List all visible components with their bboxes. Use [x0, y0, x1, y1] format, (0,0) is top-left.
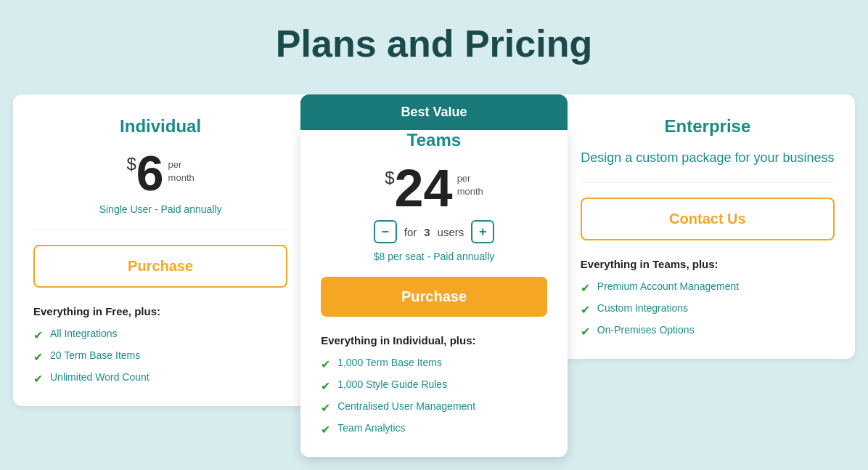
teams-features-heading: Everything in Individual, plus: — [321, 334, 547, 347]
feature-text: Team Analytics — [337, 422, 405, 434]
check-icon: ✔ — [321, 357, 330, 371]
increase-users-button[interactable]: + — [471, 220, 494, 243]
individual-feature-list: ✔ All Integrations ✔ 20 Term Base Items … — [33, 328, 287, 386]
feature-text: Unlimited Word Count — [50, 371, 150, 383]
check-icon: ✔ — [33, 372, 43, 386]
teams-purchase-button[interactable]: Purchase — [321, 277, 547, 317]
check-icon: ✔ — [33, 328, 43, 342]
decrease-users-button[interactable]: − — [374, 220, 397, 243]
teams-wrapper: Best Value Teams $ 24 per month − for 3 … — [300, 94, 568, 457]
check-icon: ✔ — [321, 379, 330, 393]
individual-price-amount: 6 — [136, 148, 164, 198]
individual-plan-name: Individual — [33, 116, 287, 137]
feature-text: Custom Integrations — [597, 302, 688, 314]
check-icon: ✔ — [321, 423, 330, 437]
list-item: ✔ 1,000 Term Base Items — [321, 357, 547, 371]
individual-plan-card: Individual $ 6 per month Single User - P… — [13, 94, 308, 406]
list-item: ✔ On-Premises Options — [581, 324, 835, 339]
teams-feature-list: ✔ 1,000 Term Base Items ✔ 1,000 Style Gu… — [321, 357, 547, 437]
feature-text: 20 Term Base Items — [50, 349, 140, 361]
enterprise-contact-button[interactable]: Contact Us — [581, 198, 835, 240]
individual-purchase-button[interactable]: Purchase — [33, 245, 287, 288]
users-label: users — [438, 226, 464, 238]
teams-price-note: $8 per seat - Paid annually — [321, 251, 547, 262]
best-value-badge: Best Value — [300, 94, 568, 130]
check-icon: ✔ — [33, 350, 43, 364]
individual-price-row: $ 6 per month — [33, 148, 287, 198]
feature-text: All Integrations — [50, 328, 118, 339]
individual-price-period: per month — [168, 158, 195, 185]
feature-text: On-Premises Options — [597, 324, 695, 336]
check-icon: ✔ — [581, 325, 590, 339]
check-icon: ✔ — [581, 303, 590, 317]
plans-container: Individual $ 6 per month Single User - P… — [13, 94, 855, 457]
list-item: ✔ All Integrations — [33, 328, 287, 342]
teams-plan-card: Teams $ 24 per month − for 3 users + $8 … — [300, 130, 568, 457]
feature-text: Centralised User Management — [337, 400, 475, 412]
individual-price-note: Single User - Paid annually — [33, 203, 287, 215]
individual-features-heading: Everything in Free, plus: — [33, 305, 287, 317]
teams-plan-name: Teams — [321, 130, 547, 150]
enterprise-plan-name: Enterprise — [581, 116, 835, 137]
list-item: ✔ 20 Term Base Items — [33, 349, 287, 364]
list-item: ✔ Centralised User Management — [321, 400, 547, 415]
enterprise-description: Design a custom package for your busines… — [581, 148, 835, 168]
teams-price-row: $ 24 per month — [321, 162, 547, 214]
feature-text: 1,000 Term Base Items — [337, 357, 442, 368]
list-item: ✔ Custom Integrations — [581, 302, 835, 317]
teams-price-period: per month — [457, 172, 483, 198]
enterprise-feature-list: ✔ Premium Account Management ✔ Custom In… — [581, 280, 835, 339]
feature-text: Premium Account Management — [597, 280, 739, 292]
individual-price-dollar: $ — [126, 154, 136, 174]
user-count: 3 — [424, 226, 430, 238]
check-icon: ✔ — [581, 281, 590, 295]
for-label: for — [404, 226, 417, 238]
page-title: Plans and Pricing — [261, 0, 607, 94]
enterprise-plan-card: Enterprise Design a custom package for y… — [560, 94, 855, 359]
user-selector: − for 3 users + — [321, 220, 547, 243]
list-item: ✔ Unlimited Word Count — [33, 371, 287, 386]
check-icon: ✔ — [321, 401, 330, 415]
teams-price-dollar: $ — [385, 168, 394, 188]
list-item: ✔ Team Analytics — [321, 422, 547, 437]
list-item: ✔ Premium Account Management — [581, 280, 835, 295]
enterprise-features-heading: Everything in Teams, plus: — [581, 258, 835, 270]
feature-text: 1,000 Style Guide Rules — [337, 378, 447, 390]
teams-price-amount: 24 — [395, 162, 453, 214]
list-item: ✔ 1,000 Style Guide Rules — [321, 378, 547, 393]
